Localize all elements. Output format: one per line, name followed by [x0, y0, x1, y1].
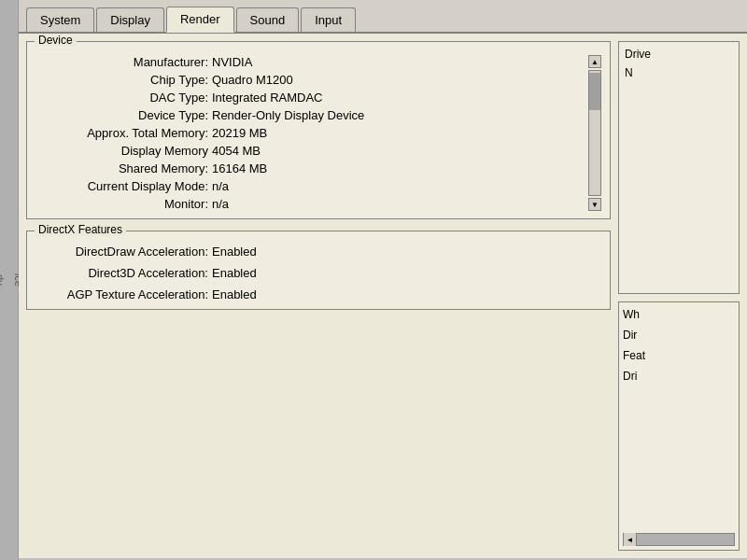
tab-sound[interactable]: Sound — [236, 7, 300, 32]
row-label: Display Memory — [35, 144, 212, 158]
row-label: Shared Memory: — [35, 161, 212, 175]
row-label: DAC Type: — [35, 91, 212, 105]
directx-section-title: DirectX Features — [35, 223, 126, 236]
row-value: Integrated RAMDAC — [212, 91, 323, 105]
row-value: Quadro M1200 — [212, 73, 293, 87]
row-value: NVIDIA — [212, 55, 252, 69]
table-row: Monitor: n/a — [35, 197, 584, 211]
table-row: DirectDraw Acceleration: Enabled — [35, 245, 602, 259]
table-row: Direct3D Acceleration: Enabled — [35, 266, 602, 280]
scroll-left-arrow[interactable]: ◄ — [624, 533, 637, 546]
horizontal-scrollbar[interactable]: ◄ — [623, 533, 735, 546]
row-label: Direct3D Acceleration: — [35, 266, 212, 280]
table-row: Device Type: Render-Only Display Device — [35, 108, 584, 122]
h-scroll-thumb — [637, 534, 734, 545]
row-value: 16164 MB — [212, 161, 267, 175]
right-item-dri: Dri — [623, 368, 735, 385]
table-row: DAC Type: Integrated RAMDAC — [35, 91, 584, 105]
right-item-wh: Wh — [623, 306, 735, 323]
row-label: Manufacturer: — [35, 55, 212, 69]
row-value: 20219 MB — [212, 126, 267, 140]
driver-title: Drive — [625, 48, 733, 61]
row-label: AGP Texture Acceleration: — [35, 287, 212, 301]
row-value: 4054 MB — [212, 144, 261, 158]
row-label: Current Display Mode: — [35, 179, 212, 193]
right-item-feat: Feat — [623, 347, 735, 364]
row-value: Enabled — [212, 266, 257, 280]
driver-item: N — [625, 64, 733, 81]
left-panel: Device Manufacturer: NVIDIA Chip Type: Q… — [26, 41, 611, 551]
row-value: n/a — [212, 197, 229, 211]
device-section: Device Manufacturer: NVIDIA Chip Type: Q… — [26, 41, 611, 219]
driver-section: Drive N — [618, 41, 740, 294]
tab-display[interactable]: Display — [96, 7, 164, 32]
row-label: Approx. Total Memory: — [35, 126, 212, 140]
main-content: Device Manufacturer: NVIDIA Chip Type: Q… — [19, 34, 747, 558]
row-value: Render-Only Display Device — [212, 108, 364, 122]
tab-input[interactable]: Input — [301, 7, 356, 32]
table-row: Chip Type: Quadro M1200 — [35, 73, 584, 87]
tab-render[interactable]: Render — [166, 7, 234, 33]
row-label: DirectDraw Acceleration: — [35, 245, 212, 259]
row-label: Monitor: — [35, 197, 212, 211]
row-value: Enabled — [212, 287, 257, 301]
directx-section: DirectX Features DirectDraw Acceleration… — [26, 231, 611, 310]
row-label: Chip Type: — [35, 73, 212, 87]
tab-bar: System Display Render Sound Input — [19, 0, 747, 34]
row-value: n/a — [212, 179, 229, 193]
directx-rows: DirectDraw Acceleration: Enabled Direct3… — [35, 245, 602, 301]
right-panel: Drive N Wh Dir Feat Dri ◄ — [618, 41, 740, 551]
row-value: Enabled — [212, 245, 257, 259]
left-edge-panel: C e all ice du ter n ar C — [0, 0, 19, 560]
table-row: Shared Memory: 16164 MB — [35, 161, 584, 175]
right-item-dir: Dir — [623, 327, 735, 343]
scroll-thumb — [589, 73, 600, 110]
device-section-title: Device — [35, 34, 77, 47]
table-row: AGP Texture Acceleration: Enabled — [35, 287, 602, 301]
scroll-up-arrow[interactable]: ▲ — [588, 55, 601, 68]
scroll-track[interactable] — [588, 70, 601, 196]
row-label: Device Type: — [35, 108, 212, 122]
table-row: Manufacturer: NVIDIA — [35, 55, 584, 69]
device-scrollbar[interactable]: ▲ ▼ — [587, 55, 602, 211]
table-row: Display Memory 4054 MB — [35, 144, 584, 158]
driver-detail-section: Wh Dir Feat Dri ◄ — [618, 301, 740, 551]
table-row: Current Display Mode: n/a — [35, 179, 584, 193]
right-scroll-container: ◄ — [623, 392, 735, 546]
scroll-down-arrow[interactable]: ▼ — [588, 198, 601, 211]
left-edge-text: du — [0, 274, 6, 286]
device-rows: Manufacturer: NVIDIA Chip Type: Quadro M… — [35, 55, 584, 211]
table-row: Approx. Total Memory: 20219 MB — [35, 126, 584, 140]
driver-items: N — [625, 64, 733, 81]
tab-system[interactable]: System — [26, 7, 94, 32]
